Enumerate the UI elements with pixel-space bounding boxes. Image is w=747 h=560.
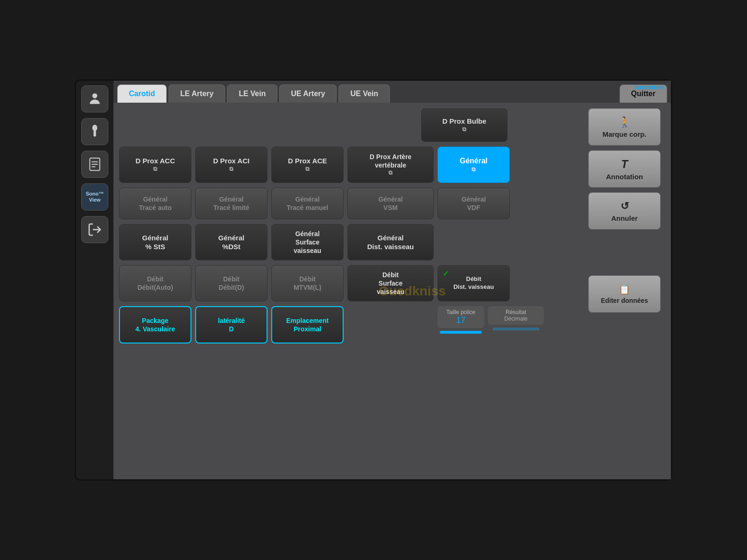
tab-bar: Vasculaire Carotid LE Artery LE Vein UE … [113,81,671,103]
tab-carotid[interactable]: Carotid [117,84,167,103]
left-content: D Prox Bulbe ⧉ D Prox ACC ⧉ D Prox ACI [119,108,588,474]
sidebar: Sono™ View [76,81,113,479]
svg-rect-2 [93,130,96,136]
marque-icon: 🚶 [618,116,631,128]
btn-general-trace-manuel[interactable]: Général Tracé manuel [271,188,344,219]
btn-editer-donnees[interactable]: 📋 Editer données [588,275,661,313]
taille-slider[interactable] [440,331,482,334]
btn-d-prox-aci[interactable]: D Prox ACI ⧉ [195,147,268,183]
main-layout: D Prox Bulbe ⧉ D Prox ACC ⧉ D Prox ACI [119,108,665,474]
btn-marque-corp[interactable]: 🚶 Marque corp. [588,108,661,146]
exit-icon [87,222,102,237]
taille-police-box: Taille police 17 [437,306,484,334]
resultat-slider[interactable] [493,328,539,330]
sonoview-line1: Sono™ [86,191,104,197]
person-icon [87,91,102,106]
row6: Package 4. Vasculaire latéralité D Empla… [119,306,588,343]
copy-icon-acc: ⧉ [153,166,157,173]
btn-d-prox-bulbe[interactable]: D Prox Bulbe ⧉ [421,108,507,142]
annuler-icon: ↺ [620,200,629,212]
resultat-box: Résultat Décimale [488,306,544,330]
app-label: Vasculaire [634,84,664,91]
tab-le-artery[interactable]: LE Artery [169,84,225,103]
copy-icon-ace: ⧉ [305,166,310,173]
row2: D Prox ACC ⧉ D Prox ACI ⧉ D Prox ACE ⧉ [119,147,588,183]
main-area: Vasculaire Carotid LE Artery LE Vein UE … [113,81,671,479]
right-panel: 🚶 Marque corp. T Annotation ↺ Annuler 📋 [588,108,665,474]
report-icon [87,157,102,172]
copy-icon-aci: ⧉ [229,166,233,173]
resultat-value: Décimale [494,315,537,322]
tab-le-vein[interactable]: LE Vein [227,84,277,103]
btn-general-dist-vaisseau[interactable]: Général Dist. vaisseau [347,224,434,260]
btn-general-pct-sts[interactable]: Général % StS [119,224,191,260]
tab-ue-artery[interactable]: UE Artery [279,84,337,103]
taille-police-value: 17 [444,315,478,325]
btn-general-vdf[interactable]: Général VDF [437,188,510,219]
btn-package-vasculaire[interactable]: Package 4. Vasculaire [119,306,191,343]
content-area: Ouedkniss D Prox Bulbe ⧉ [113,103,671,479]
btn-general-pct-dst[interactable]: Général %DSt [195,224,268,260]
svg-point-1 [92,125,98,131]
btn-d-prox-ace[interactable]: D Prox ACE ⧉ [271,147,344,183]
btn-annotation[interactable]: T Annotation [588,150,661,188]
sidebar-btn-exit[interactable] [81,216,108,243]
btn-annuler[interactable]: ↺ Annuler [588,192,661,230]
btn-general-trace-limite[interactable]: Général Tracé limité [195,188,268,219]
annotation-t-icon: T [621,158,628,171]
checkmark-icon: ✓ [443,269,449,279]
sonoview-line2: View [89,197,101,203]
sidebar-btn-person[interactable] [81,85,108,112]
resultat-label: Résultat [494,309,537,315]
row4: Général % StS Général %DSt Général Surfa… [119,224,588,260]
copy-icon-artere: ⧉ [388,169,393,177]
sidebar-btn-probe[interactable] [81,118,108,145]
tab-ue-vein[interactable]: UE Vein [338,84,390,103]
row3: Général Tracé auto Général Tracé limité … [119,188,588,219]
btn-general[interactable]: Général ⧉ [437,147,510,183]
btn-d-prox-artere-vert[interactable]: D Prox Artère vertébrale ⧉ [347,147,434,183]
taille-police-label: Taille police [444,309,478,315]
btn-debit-mtvm[interactable]: Débit MTVM(L) [271,265,344,301]
copy-icon-general: ⧉ [472,166,476,174]
btn-debit-auto[interactable]: Débit Débit(Auto) [119,265,191,301]
row1: D Prox Bulbe ⧉ [119,108,588,142]
copy-icon-bulbe: ⧉ [462,126,466,133]
btn-general-surface-vaisseau[interactable]: Général Surface vaisseau [271,224,344,260]
btn-debit-d[interactable]: Débit Débit(D) [195,265,268,301]
row5: Débit Débit(Auto) Débit Débit(D) Débit M… [119,265,588,301]
sidebar-btn-sonoview[interactable]: Sono™ View [81,183,108,210]
btn-emplacement-proximal[interactable]: Emplacement Proximal [271,306,344,343]
probe-icon [87,124,102,139]
btn-debit-dist-vaisseau[interactable]: ✓ Débit Dist. vaisseau [437,265,510,301]
sidebar-btn-report[interactable] [81,151,108,178]
btn-d-prox-acc[interactable]: D Prox ACC ⧉ [119,147,191,183]
edit-icon: 📋 [619,284,630,295]
btn-general-trace-auto[interactable]: Général Tracé auto [119,188,191,219]
btn-general-vsm[interactable]: Général VSM [347,188,434,219]
btn-debit-surface-vaisseau[interactable]: Débit Surface vaisseau [347,265,434,301]
svg-point-0 [92,93,98,98]
btn-lateralite-d[interactable]: latéralité D [195,306,268,343]
